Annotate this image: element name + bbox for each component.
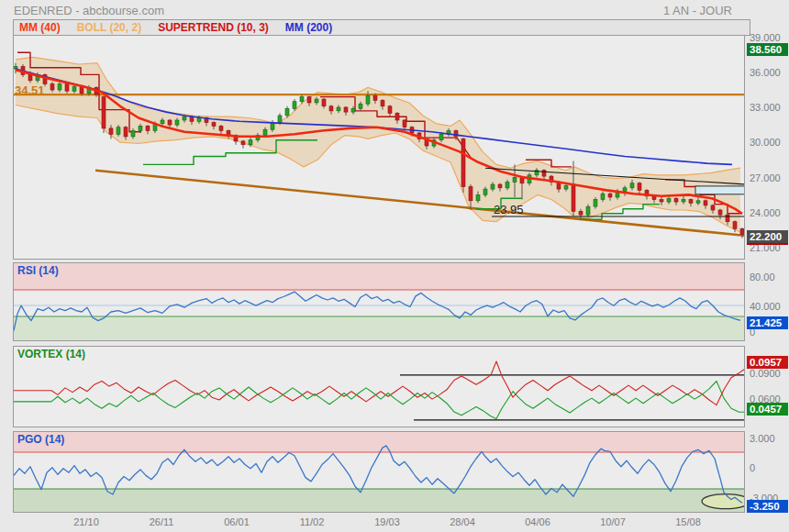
candle-up [439, 134, 443, 139]
candle-up [594, 200, 597, 207]
pgo-upper-zone [14, 432, 744, 452]
candle-up [351, 108, 355, 112]
candle-down [718, 210, 722, 215]
price-axis-label: 30.000 [750, 137, 781, 148]
pgo-value-badge: -3.250 [747, 500, 788, 513]
candle-up [285, 108, 289, 116]
candle-down [572, 184, 575, 211]
candle-down [322, 99, 326, 106]
legend-item-supertrend: SUPERTREND (10, 3) [158, 21, 269, 34]
rsi-axis-label: 80.00 [750, 272, 775, 283]
candle-up [601, 194, 605, 199]
candle-down [388, 106, 392, 114]
candle-down [608, 194, 612, 197]
candle-down [395, 113, 399, 120]
candle-down [638, 183, 641, 191]
price-panel[interactable] [13, 35, 745, 260]
candle-up [197, 118, 201, 122]
pgo-axis-label: 3.000 [750, 433, 775, 444]
candle-down [146, 126, 150, 130]
candle-up [249, 140, 252, 145]
pgo-chart[interactable] [14, 432, 744, 512]
vortex-label: VORTEX (14) [17, 348, 85, 360]
candle-down [726, 215, 729, 222]
candle-down [674, 198, 678, 202]
candle-down [461, 139, 465, 186]
candle-up [14, 67, 17, 70]
candle-down [102, 97, 106, 128]
candle-up [58, 84, 61, 90]
candle-down [733, 222, 737, 229]
candle-down [704, 201, 707, 205]
x-axis-date: 26/11 [141, 516, 182, 527]
candle-down [50, 84, 54, 90]
support-level-label: 23.95 [494, 203, 524, 216]
candle-up [293, 102, 296, 109]
price-axis-label: 36.000 [750, 67, 781, 78]
candle-down [660, 200, 663, 203]
candle-up [131, 131, 135, 137]
rsi-oversold-zone [14, 316, 744, 340]
rsi-panel[interactable] [13, 262, 745, 341]
candle-down [469, 187, 472, 201]
candle-down [307, 97, 311, 103]
pgo-highlight-ellipse [702, 494, 744, 509]
vortex-panel[interactable] [13, 346, 745, 427]
rsi-chart[interactable] [14, 263, 744, 340]
price-axis-label: 39.000 [750, 32, 781, 43]
indicator-legend: MM (40) BOLL (20, 2) SUPERTREND (10, 3) … [13, 19, 750, 36]
candle-down [711, 205, 715, 210]
candle-down [579, 211, 583, 215]
candle-up [139, 126, 142, 130]
candle-down [124, 127, 128, 137]
price-axis-label: 24.000 [750, 207, 781, 218]
year-high-badge: 38.560 [747, 43, 788, 56]
legend-item-mm200: MM (200) [285, 21, 332, 34]
vortex-axis-label: 0.0900 [750, 368, 781, 379]
x-axis-date: 28/04 [442, 516, 483, 527]
candle-down [28, 74, 32, 80]
candle-up [175, 120, 179, 125]
candle-down [498, 184, 502, 188]
candle-up [271, 123, 274, 130]
candlestick-chart[interactable] [14, 36, 744, 259]
rsi-label: RSI (14) [17, 264, 59, 277]
candle-up [161, 120, 164, 124]
vortex-minus-line [14, 382, 744, 419]
pgo-panel[interactable] [13, 431, 745, 513]
x-axis-date: 10/07 [593, 516, 633, 527]
candle-up [682, 200, 685, 203]
candle-down [689, 200, 693, 204]
resistance-level-label: 34.51 [15, 83, 45, 97]
vortex-chart[interactable] [14, 347, 744, 427]
candle-up [696, 201, 700, 204]
last-price-badge: 22.200 [747, 230, 788, 245]
candle-up [630, 183, 634, 188]
candle-up [623, 188, 627, 192]
x-axis-date: 21/10 [66, 516, 106, 527]
x-axis-date: 04/06 [517, 516, 558, 527]
rsi-axis-label: 40.000 [750, 301, 781, 312]
pgo-lower-zone [14, 489, 744, 512]
candle-up [476, 194, 480, 200]
pgo-axis-label: 0 [750, 462, 755, 473]
candle-up [263, 129, 267, 135]
candle-down [344, 107, 348, 112]
legend-item-bollinger: BOLL (20, 2) [77, 21, 141, 34]
candle-up [183, 116, 186, 120]
vortex-plus-badge: 0.0957 [747, 356, 788, 369]
x-axis-date: 15/08 [668, 516, 708, 527]
candle-down [373, 95, 377, 100]
candle-up [586, 206, 590, 215]
chart-page: EDENRED - abcbourse.com 1 AN - JOUR MM (… [0, 0, 789, 532]
candle-down [381, 100, 384, 105]
candle-up [491, 184, 495, 189]
pgo-label: PGO (14) [17, 433, 64, 446]
bollinger-band-fill [16, 57, 740, 232]
candle-down [740, 228, 744, 234]
x-axis-date: 06/01 [217, 516, 257, 527]
candle-up [300, 97, 304, 102]
candle-up [72, 86, 76, 91]
candle-down [403, 120, 406, 127]
candle-up [564, 185, 568, 189]
